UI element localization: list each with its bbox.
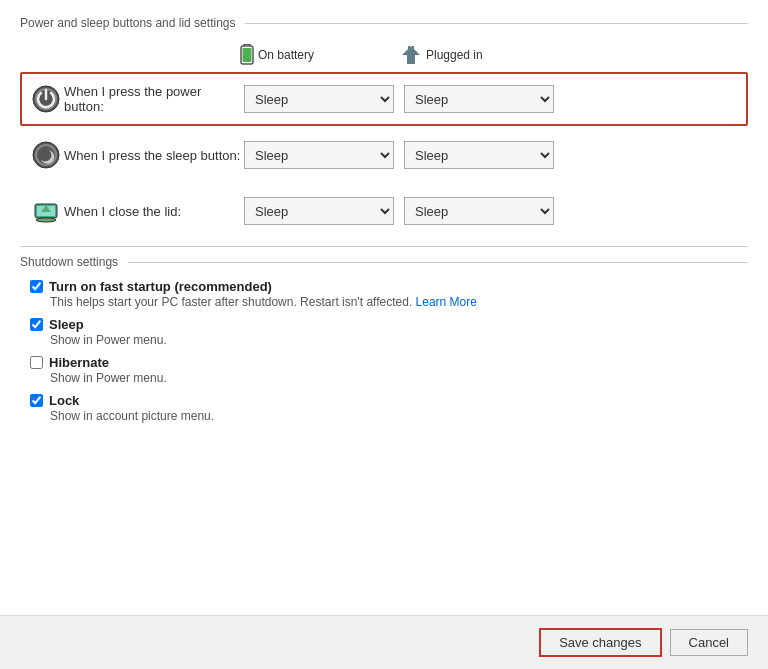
sleep-checkbox[interactable] [30, 318, 43, 331]
sleep-button-dropdowns: Do nothing Sleep Hibernate Shut down Tur… [244, 141, 554, 169]
shutdown-divider [128, 262, 748, 263]
main-content: Power and sleep buttons and lid settings… [0, 0, 768, 615]
lid-plugged-dropdown-wrap: Do nothing Sleep Hibernate Shut down Tur… [404, 197, 554, 225]
hibernate-row: Hibernate [30, 355, 748, 370]
lid-row: When I close the lid: Do nothing Sleep H… [20, 184, 748, 238]
lid-dropdowns: Do nothing Sleep Hibernate Shut down Tur… [244, 197, 554, 225]
svg-point-16 [36, 218, 56, 222]
svg-rect-2 [243, 48, 252, 62]
sleep-button-row: When I press the sleep button: Do nothin… [20, 128, 748, 182]
sleep-plugged-dropdown-wrap: Do nothing Sleep Hibernate Shut down Tur… [404, 141, 554, 169]
svg-rect-6 [412, 46, 414, 51]
lock-checkbox[interactable] [30, 394, 43, 407]
lid-battery-dropdown-wrap: Do nothing Sleep Hibernate Shut down Tur… [244, 197, 394, 225]
sleep-row: Sleep [30, 317, 748, 332]
lid-icon-wrap [28, 196, 64, 226]
section-divider [245, 23, 748, 24]
power-button-label: When I press the power button: [64, 84, 244, 114]
footer: Save changes Cancel [0, 615, 768, 669]
shutdown-title: Shutdown settings [20, 255, 118, 269]
fast-startup-label: Turn on fast startup (recommended) [49, 279, 272, 294]
lid-plugged-select[interactable]: Do nothing Sleep Hibernate Shut down Tur… [404, 197, 554, 225]
save-changes-button[interactable]: Save changes [539, 628, 661, 657]
svg-marker-4 [402, 46, 420, 64]
hibernate-item: Hibernate Show in Power menu. [30, 355, 748, 385]
svg-rect-3 [245, 45, 249, 47]
battery-icon [240, 44, 254, 66]
power-button-icon [31, 84, 61, 114]
power-button-dropdowns: Do nothing Sleep Hibernate Shut down Tur… [244, 85, 554, 113]
power-battery-dropdown-wrap: Do nothing Sleep Hibernate Shut down Tur… [244, 85, 394, 113]
section-header: Power and sleep buttons and lid settings [20, 16, 748, 30]
power-button-row: When I press the power button: Do nothin… [20, 72, 748, 126]
plug-icon [400, 46, 422, 64]
learn-more-link[interactable]: Learn More [416, 295, 477, 309]
sleep-button-icon [31, 140, 61, 170]
power-icon-wrap [28, 84, 64, 114]
sleep-icon-wrap [28, 140, 64, 170]
fast-startup-checkbox[interactable] [30, 280, 43, 293]
power-plugged-dropdown-wrap: Do nothing Sleep Hibernate Shut down Tur… [404, 85, 554, 113]
lid-icon [31, 196, 61, 226]
section-divider-2 [20, 246, 748, 247]
fast-startup-row: Turn on fast startup (recommended) [30, 279, 748, 294]
sleep-button-label: When I press the sleep button: [64, 148, 244, 163]
plugged-label: Plugged in [426, 48, 483, 62]
lock-desc: Show in account picture menu. [50, 409, 748, 423]
section-title: Power and sleep buttons and lid settings [20, 16, 235, 30]
lock-item: Lock Show in account picture menu. [30, 393, 748, 423]
svg-rect-5 [408, 46, 410, 51]
lid-label: When I close the lid: [64, 204, 244, 219]
hibernate-checkbox[interactable] [30, 356, 43, 369]
plugged-column-header: Plugged in [400, 46, 560, 64]
sleep-battery-dropdown-wrap: Do nothing Sleep Hibernate Shut down Tur… [244, 141, 394, 169]
fast-startup-item: Turn on fast startup (recommended) This … [30, 279, 748, 309]
hibernate-label: Hibernate [49, 355, 109, 370]
cancel-button[interactable]: Cancel [670, 629, 748, 656]
shutdown-section-header: Shutdown settings [20, 255, 748, 269]
sleep-desc: Show in Power menu. [50, 333, 748, 347]
lock-row: Lock [30, 393, 748, 408]
lid-battery-select[interactable]: Do nothing Sleep Hibernate Shut down Tur… [244, 197, 394, 225]
battery-label: On battery [258, 48, 314, 62]
column-headers: On battery Plugged in [20, 44, 748, 66]
shutdown-options: Turn on fast startup (recommended) This … [30, 279, 748, 423]
hibernate-desc: Show in Power menu. [50, 371, 748, 385]
sleep-item: Sleep Show in Power menu. [30, 317, 748, 347]
sleep-plugged-select[interactable]: Do nothing Sleep Hibernate Shut down Tur… [404, 141, 554, 169]
battery-column-header: On battery [240, 44, 400, 66]
sleep-label: Sleep [49, 317, 84, 332]
sleep-battery-select[interactable]: Do nothing Sleep Hibernate Shut down Tur… [244, 141, 394, 169]
fast-startup-desc: This helps start your PC faster after sh… [50, 295, 748, 309]
lock-label: Lock [49, 393, 79, 408]
power-battery-select[interactable]: Do nothing Sleep Hibernate Shut down Tur… [244, 85, 394, 113]
power-plugged-select[interactable]: Do nothing Sleep Hibernate Shut down Tur… [404, 85, 554, 113]
